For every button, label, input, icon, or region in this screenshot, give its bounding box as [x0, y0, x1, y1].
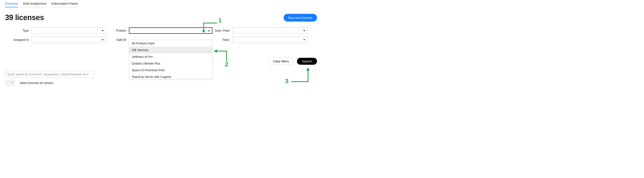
label-product: Product: [106, 29, 129, 32]
annotation-number-3: 3: [285, 77, 288, 84]
caret-down-icon: [303, 30, 305, 31]
filter-actions: Clear filters Search: [268, 58, 317, 65]
buy-new-licenses-button[interactable]: Buy new licenses: [284, 14, 317, 22]
select-team[interactable]: [232, 37, 308, 43]
label-assigned-to: Assigned to: [5, 38, 32, 41]
caret-down-icon: [12, 82, 13, 83]
caret-down-icon: [102, 30, 104, 31]
annotation-arrow-3: [290, 65, 312, 84]
product-option[interactable]: TeamCity Server with 3 agents: [129, 73, 212, 79]
tabs-bar: Overview Bulk Assignment Subscription Pa…: [5, 2, 317, 7]
select-type[interactable]: [32, 27, 106, 34]
product-option[interactable]: JetBrains AI Pro: [129, 53, 212, 60]
product-dropdown[interactable]: All Products Pack IDE Services JetBrains…: [129, 40, 212, 79]
clear-filters-button[interactable]: Clear filters: [268, 58, 294, 65]
annotation-arrow-1: [200, 21, 219, 36]
bulk-select-toggle[interactable]: [5, 80, 15, 85]
label-type: Type: [5, 29, 32, 32]
annotation-arrow-2: [212, 49, 230, 64]
product-option[interactable]: Qodana Ultimate Plus: [129, 60, 212, 67]
tab-overview[interactable]: Overview: [5, 2, 18, 7]
bulk-select-label: Select licenses for actions: [20, 81, 54, 84]
heading-row: 39 licenses Buy new licenses: [5, 13, 317, 22]
product-option[interactable]: All Products Pack: [129, 40, 212, 47]
search-button[interactable]: Search: [297, 58, 317, 65]
caret-down-icon: [102, 39, 104, 40]
label-team: Team: [212, 38, 232, 41]
bulk-select-row: Select licenses for actions: [5, 80, 54, 85]
checkbox-icon: [7, 81, 10, 84]
select-subs-pack[interactable]: [232, 27, 308, 34]
tab-subscription-packs[interactable]: Subscription Packs: [51, 2, 78, 7]
label-valid-till: Valid till: [106, 38, 129, 41]
page-title: 39 licenses: [5, 13, 44, 22]
product-option[interactable]: Space On-Premises Free: [129, 67, 212, 73]
product-option[interactable]: IDE Services: [129, 47, 212, 53]
quick-search-input[interactable]: [5, 71, 94, 78]
tab-bulk-assignment[interactable]: Bulk Assignment: [23, 2, 46, 7]
caret-down-icon: [303, 39, 305, 40]
select-assigned-to[interactable]: [32, 37, 106, 43]
select-product[interactable]: [129, 27, 212, 34]
